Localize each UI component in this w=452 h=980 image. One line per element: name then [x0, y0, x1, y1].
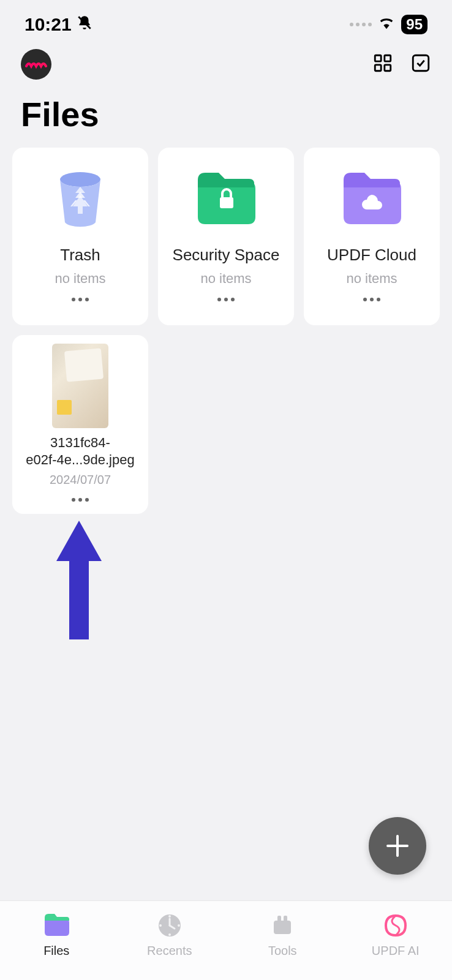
- svg-rect-5: [413, 55, 429, 71]
- security-space-more-button[interactable]: [210, 294, 242, 305]
- svg-point-15: [159, 924, 162, 927]
- file-date: 2024/07/07: [50, 473, 111, 487]
- plus-icon: [384, 832, 411, 859]
- tab-recents[interactable]: Recents: [133, 912, 206, 958]
- page-title: Files: [0, 86, 452, 148]
- security-folder-icon: [194, 162, 258, 236]
- updf-cloud-more-button[interactable]: [356, 294, 388, 305]
- svg-point-13: [178, 924, 180, 927]
- file-more-button[interactable]: [64, 494, 96, 505]
- svg-rect-6: [220, 197, 233, 208]
- files-tab-icon: [43, 912, 70, 939]
- bell-mute-icon: [77, 14, 92, 35]
- cellular-dots-icon: [350, 23, 372, 26]
- svg-rect-2: [385, 55, 391, 61]
- tab-updf-ai[interactable]: UPDF AI: [359, 912, 432, 958]
- trash-title: Trash: [60, 246, 100, 265]
- svg-rect-18: [284, 916, 287, 922]
- files-grid: Trash no items Security Space no items: [0, 148, 452, 514]
- wifi-icon: [378, 15, 395, 34]
- tab-tools[interactable]: Tools: [246, 912, 319, 958]
- updf-cloud-subtitle: no items: [346, 271, 397, 287]
- tab-bar: Files Recents Tools: [0, 900, 452, 980]
- file-thumbnail: [52, 344, 108, 428]
- tools-tab-icon: [269, 912, 296, 939]
- trash-icon: [54, 162, 107, 236]
- svg-rect-17: [277, 916, 281, 922]
- header-row: [0, 37, 452, 86]
- tab-tools-label: Tools: [268, 944, 297, 958]
- svg-point-14: [168, 933, 171, 936]
- trash-subtitle: no items: [55, 271, 105, 287]
- security-space-subtitle: no items: [200, 271, 251, 287]
- updf-cloud-card[interactable]: UPDF Cloud no items: [304, 148, 440, 325]
- annotation-arrow-icon: [56, 521, 102, 642]
- ai-tab-icon: [382, 912, 409, 939]
- app-logo[interactable]: [21, 49, 51, 80]
- file-card[interactable]: 3131fc84- e02f-4e...9de.jpeg 2024/07/07: [12, 335, 148, 514]
- tab-files-label: Files: [43, 944, 69, 958]
- security-space-card[interactable]: Security Space no items: [158, 148, 294, 325]
- file-name: 3131fc84- e02f-4e...9de.jpeg: [26, 434, 134, 468]
- status-time: 10:21: [24, 14, 72, 35]
- select-checkbox-icon[interactable]: [410, 53, 431, 76]
- svg-rect-4: [385, 65, 391, 71]
- svg-point-12: [168, 915, 171, 918]
- cloud-folder-icon: [340, 162, 404, 236]
- svg-rect-1: [375, 55, 381, 61]
- tab-recents-label: Recents: [147, 944, 192, 958]
- security-space-title: Security Space: [173, 246, 280, 265]
- status-right: 95: [350, 15, 428, 34]
- status-bar: 10:21 95: [0, 0, 452, 37]
- svg-rect-3: [375, 65, 381, 71]
- grid-view-icon[interactable]: [372, 53, 393, 76]
- updf-cloud-title: UPDF Cloud: [327, 246, 416, 265]
- add-fab-button[interactable]: [369, 817, 426, 875]
- tab-ai-label: UPDF AI: [372, 944, 420, 958]
- tab-files[interactable]: Files: [20, 912, 93, 958]
- svg-rect-16: [274, 921, 291, 934]
- recents-tab-icon: [156, 912, 183, 939]
- trash-more-button[interactable]: [64, 294, 96, 305]
- battery-badge: 95: [401, 15, 428, 34]
- trash-card[interactable]: Trash no items: [12, 148, 148, 325]
- status-time-area: 10:21: [24, 14, 92, 35]
